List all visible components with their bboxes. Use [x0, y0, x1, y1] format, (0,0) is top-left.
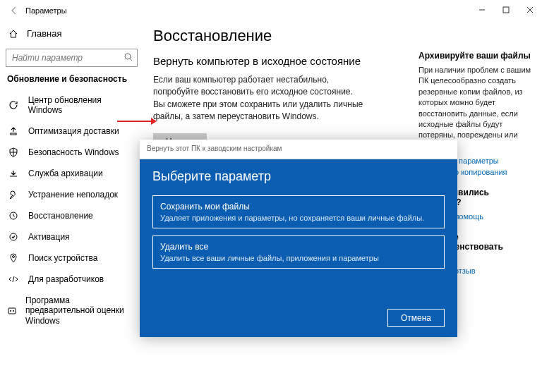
sidebar-item-backup[interactable]: Служба архивации: [0, 163, 143, 184]
sidebar-item-developers[interactable]: Для разработчиков: [0, 269, 143, 290]
dialog-header: Вернуть этот ПК к заводским настройкам: [140, 140, 457, 159]
page-title: Восстановление: [153, 27, 404, 45]
svg-point-2: [125, 54, 131, 59]
option-title: Сохранить мои файлы: [160, 202, 437, 212]
reset-dialog: Вернуть этот ПК к заводским настройкам В…: [140, 140, 457, 337]
sidebar-item-insider[interactable]: Программа предварительной оценки Windows: [0, 290, 143, 331]
option-desc: Удалить все ваши личные файлы, приложени…: [160, 254, 437, 262]
nav-label: Центр обновления Windows: [28, 95, 136, 115]
nav-label: Поиск устройства: [28, 253, 97, 263]
sidebar-item-activation[interactable]: Активация: [0, 226, 143, 247]
dev-icon: [7, 274, 20, 284]
option-keep-files[interactable]: Сохранить мои файлы Удаляет приложения и…: [152, 195, 445, 228]
section-desc: Если ваш компьютер работает нестабильно,…: [153, 74, 365, 123]
close-icon[interactable]: [518, 0, 542, 20]
nav-label: Оптимизация доставки: [28, 126, 119, 136]
backup-icon: [7, 169, 20, 178]
recovery-icon: [7, 211, 20, 221]
search-icon: [124, 52, 133, 62]
search-box[interactable]: [6, 49, 138, 67]
aside-para-1: При наличии проблем с вашим ПК целесообр…: [418, 65, 534, 152]
svg-rect-7: [8, 308, 16, 314]
nav-label: Восстановление: [28, 211, 93, 221]
option-desc: Удаляет приложения и параметры, но сохра…: [160, 214, 437, 222]
window-title: Параметры: [23, 6, 67, 15]
refresh-icon: [7, 100, 20, 110]
option-title: Удалить все: [160, 242, 437, 252]
sidebar-item-security[interactable]: Безопасность Windows: [0, 142, 143, 163]
location-icon: [7, 253, 20, 263]
section-label: Обновление и безопасность: [0, 74, 143, 90]
back-icon[interactable]: [6, 2, 23, 19]
key-icon: [7, 232, 20, 242]
sidebar-item-delivery[interactable]: Оптимизация доставки: [0, 121, 143, 142]
svg-rect-1: [503, 7, 509, 13]
aside-title-1: Архивируйте ваши файлы: [418, 51, 534, 61]
dialog-body: Выберите параметр Сохранить мои файлы Уд…: [140, 159, 457, 337]
svg-point-6: [13, 256, 15, 258]
maximize-icon[interactable]: [494, 0, 518, 20]
section-title: Вернуть компьютер в исходное состояние: [153, 55, 404, 67]
nav-label: Устранение неполадок: [28, 190, 118, 200]
minimize-icon[interactable]: [470, 0, 494, 20]
home-label: Главная: [27, 28, 61, 39]
nav-label: Безопасность Windows: [28, 147, 119, 157]
sidebar-item-find[interactable]: Поиск устройства: [0, 247, 143, 269]
window-controls: [470, 0, 542, 20]
sidebar-item-troubleshoot[interactable]: Устранение неполадок: [0, 184, 143, 205]
cancel-button[interactable]: Отмена: [387, 309, 445, 327]
dialog-title: Выберите параметр: [152, 169, 445, 184]
delivery-icon: [7, 126, 20, 136]
nav-label: Активация: [28, 232, 70, 242]
search-input[interactable]: [6, 49, 138, 67]
nav-label: Служба архивации: [28, 169, 103, 178]
home-icon: [7, 29, 20, 39]
option-remove-all[interactable]: Удалить все Удалить все ваши личные файл…: [152, 235, 445, 269]
nav-label: Для разработчиков: [28, 274, 104, 284]
nav-label: Программа предварительной оценки Windows: [25, 295, 136, 326]
svg-point-8: [10, 310, 11, 312]
insider-icon: [7, 306, 17, 316]
shield-icon: [7, 147, 20, 157]
sidebar: Главная Обновление и безопасность Центр …: [0, 21, 143, 392]
svg-line-3: [130, 59, 132, 61]
home-link[interactable]: Главная: [0, 24, 143, 43]
svg-point-9: [13, 310, 14, 312]
sidebar-item-update[interactable]: Центр обновления Windows: [0, 90, 143, 121]
wrench-icon: [7, 190, 20, 200]
titlebar: Параметры: [0, 0, 542, 21]
sidebar-item-recovery[interactable]: Восстановление: [0, 205, 143, 226]
